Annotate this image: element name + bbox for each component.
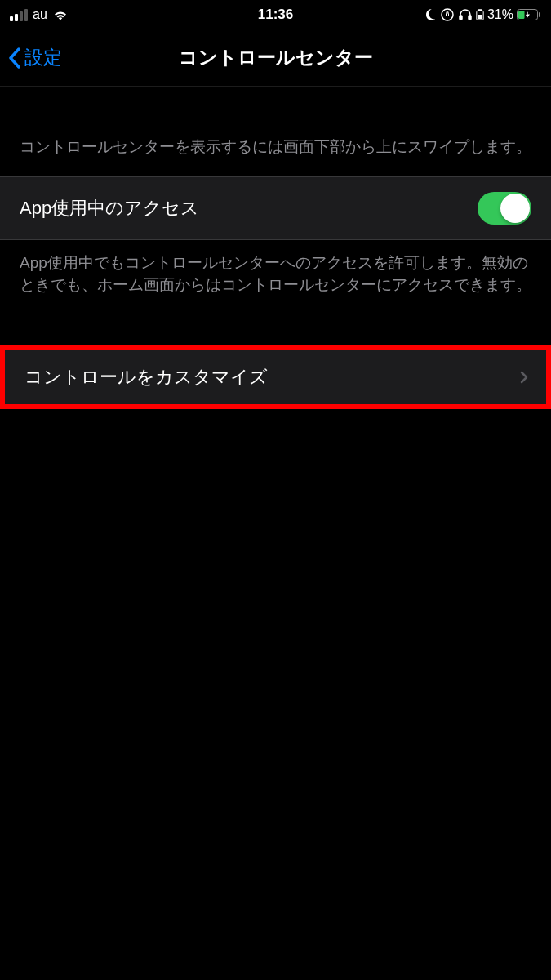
svg-rect-8 [518, 11, 525, 19]
carrier-label: au [33, 7, 47, 22]
headphones-icon [458, 7, 473, 22]
toggle-knob [500, 194, 530, 223]
row-label: App使用中のアクセス [20, 196, 199, 220]
battery-indicator-icon [476, 9, 484, 20]
status-time: 11:36 [187, 7, 364, 23]
highlight-annotation: コントロールをカスタマイズ [0, 345, 551, 409]
chevron-right-icon [520, 371, 528, 384]
svg-rect-9 [539, 12, 540, 17]
moon-icon [422, 7, 437, 22]
status-bar: au 11:36 31% [0, 0, 551, 29]
page-title: コントロールセンター [179, 45, 373, 70]
wifi-icon [52, 9, 69, 21]
svg-rect-1 [446, 13, 448, 16]
access-toggle[interactable] [478, 192, 531, 225]
back-label: 設定 [24, 45, 62, 70]
back-button[interactable]: 設定 [8, 45, 62, 70]
chevron-left-icon [8, 47, 21, 69]
nav-bar: 設定 コントロールセンター [0, 29, 551, 87]
status-left: au [10, 7, 187, 22]
svg-rect-2 [460, 16, 462, 20]
cellular-signal-icon [10, 9, 28, 21]
status-right: 31% [364, 7, 541, 22]
section-description: コントロールセンターを表示するには画面下部から上にスワイプします。 [0, 87, 551, 176]
battery-icon [517, 9, 541, 20]
rotation-lock-icon [440, 7, 455, 22]
svg-rect-6 [478, 15, 482, 19]
section-footer: App使用中でもコントロールセンターへのアクセスを許可します。無効のときでも、ホ… [0, 240, 551, 303]
row-label: コントロールをカスタマイズ [24, 365, 268, 390]
svg-rect-3 [469, 16, 471, 20]
customize-controls-row[interactable]: コントロールをカスタマイズ [5, 350, 546, 404]
access-within-apps-row[interactable]: App使用中のアクセス [0, 176, 551, 240]
battery-percent-label: 31% [487, 7, 513, 22]
